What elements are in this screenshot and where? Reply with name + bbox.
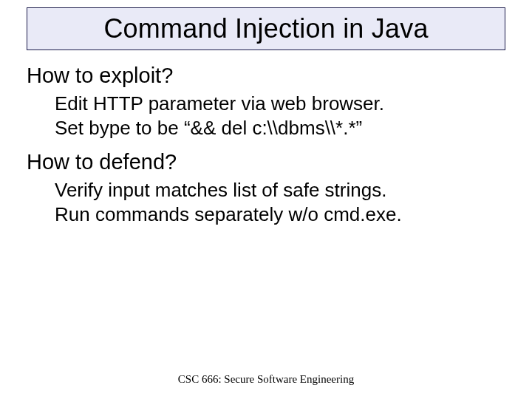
slide-body: How to exploit? Edit HTTP parameter via … bbox=[27, 64, 505, 237]
bullet-line: Edit HTTP parameter via web browser. bbox=[55, 92, 505, 116]
slide-title: Command Injection in Java bbox=[103, 13, 428, 44]
slide: Command Injection in Java How to exploit… bbox=[0, 0, 532, 399]
section-heading-exploit: How to exploit? bbox=[27, 64, 505, 88]
bullet-line: Set bype to be “&& del c:\\dbms\\*.*” bbox=[55, 117, 505, 140]
bullet-line: Verify input matches list of safe string… bbox=[55, 179, 505, 202]
section-heading-defend: How to defend? bbox=[27, 150, 505, 174]
title-box: Command Injection in Java bbox=[27, 7, 505, 50]
bullet-line: Run commands separately w/o cmd.exe. bbox=[55, 203, 505, 227]
slide-footer: CSC 666: Secure Software Engineering bbox=[0, 373, 532, 386]
section-body-exploit: Edit HTTP parameter via web browser. Set… bbox=[27, 92, 505, 140]
section-body-defend: Verify input matches list of safe string… bbox=[27, 179, 505, 226]
